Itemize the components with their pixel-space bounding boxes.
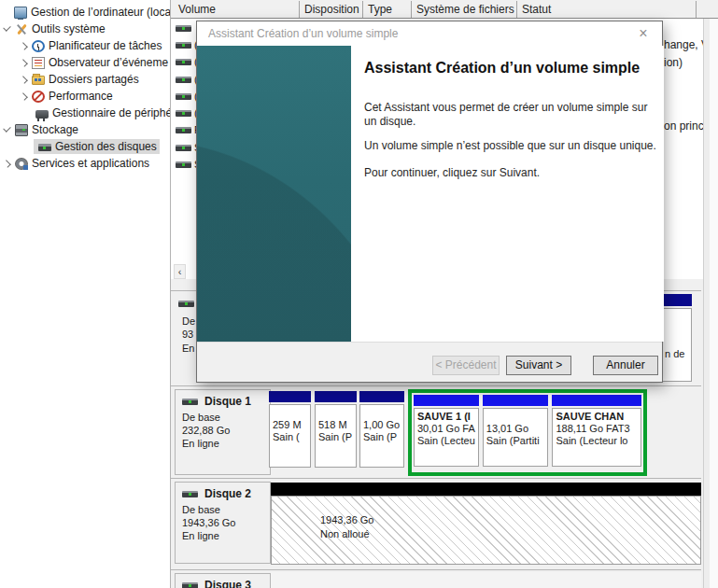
volume-row[interactable]: (: [176, 72, 198, 87]
volume-row[interactable]: (: [176, 89, 198, 104]
disk1-extended-partition: SAUVE 1 (I 30,01 Go FA Sain (Lecteu 13,0…: [408, 389, 647, 476]
partition-size: 30,01 Go FA: [417, 423, 475, 435]
partition-status: Sain (: [273, 431, 307, 443]
hscroll-left-button[interactable]: ‹: [174, 264, 186, 279]
partition-size: 518 M: [318, 419, 353, 431]
volume-icon: [176, 127, 191, 133]
partition-status: Sain (Partiti: [486, 435, 545, 447]
tree-item-shared-folders[interactable]: Dossiers partagés: [0, 71, 170, 88]
disk-name: Disque 2: [204, 487, 251, 500]
services-icon: [15, 158, 28, 170]
clock-icon: [32, 40, 45, 52]
chevron-down-icon[interactable]: [3, 124, 10, 132]
disk0-size-fragment: 93: [182, 329, 193, 340]
disk1-partition-2[interactable]: 518 M Sain (P: [315, 391, 357, 468]
partition-status: Sain (Lecteu: [417, 435, 475, 447]
unallocated-label: Non alloué: [320, 527, 700, 541]
disk0-type-fragment: De: [182, 315, 195, 327]
volume-icon: [176, 25, 191, 32]
tree-item-label: Dossiers partagés: [45, 73, 139, 86]
wizard-paragraph: Cet Assistant vous permet de créer un vo…: [364, 101, 663, 129]
column-filesystem[interactable]: Système de fichiers: [416, 0, 514, 19]
tree-item-label: Outils système: [28, 22, 106, 35]
close-icon[interactable]: ×: [635, 25, 652, 42]
tree-item-label: Performance: [45, 90, 113, 103]
console-tree-panel: Gestion de l’ordinateur (local) Outils s…: [0, 0, 171, 588]
disk1-partition-sauve1[interactable]: SAUVE 1 (I 30,01 Go FA Sain (Lecteu: [414, 395, 479, 470]
volume-status-fragment: ion): [664, 56, 683, 69]
disk1-partition-1[interactable]: 259 M Sain (: [269, 391, 311, 468]
performance-icon: [32, 91, 45, 103]
tree-item-label: Gestion de l’ordinateur (local): [27, 6, 171, 19]
disk0-icon: [178, 301, 194, 307]
disk-type: De base: [182, 411, 270, 424]
vertical-scrollbar[interactable]: [703, 19, 718, 588]
tree-item-label: Services et applications: [28, 157, 149, 170]
disk3-partition-area: [271, 572, 701, 588]
tree-item-storage[interactable]: Stockage: [0, 121, 170, 138]
partition-name: SAUVE CHAN: [556, 411, 638, 423]
wizard-paragraph: Pour continuer, cliquez sur Suivant.: [364, 166, 663, 180]
chevron-right-icon[interactable]: [20, 76, 27, 83]
tree-item-computer-management[interactable]: Gestion de l’ordinateur (local): [0, 4, 170, 21]
disk2-unallocated-region[interactable]: 1943,36 Go Non alloué: [271, 483, 701, 565]
partition-color-bar: [315, 391, 357, 402]
tree-item-label: Gestionnaire de périphé: [49, 106, 171, 119]
tree-item-label: Gestion des disques: [51, 140, 157, 153]
partition-name: SAUVE 1 (I: [417, 411, 475, 423]
disk-name: Disque 3: [204, 579, 251, 588]
volume-icon: [176, 59, 191, 65]
disk1-partition-3[interactable]: 1,00 Go Sain (P: [359, 391, 404, 468]
volume-icon: [176, 77, 191, 83]
unallocated-size: 1943,36 Go: [320, 513, 700, 527]
partition-size: 1,00 Go: [363, 419, 401, 431]
chevron-right-icon[interactable]: [3, 160, 10, 167]
disk-status: En ligne: [182, 529, 270, 542]
volume-list-header: Volume Disposition Type Système de fichi…: [171, 0, 718, 19]
tree-item-label: Observateur d’événeme: [45, 56, 168, 69]
tree-item-label: Planificateur de tâches: [45, 39, 162, 52]
partition-status: Sain (P: [318, 431, 353, 443]
disk1-partition-sauvechan[interactable]: SAUVE CHAN 188,11 Go FAT3 Sain (Lecteur …: [552, 395, 641, 470]
volume-icon: [176, 93, 191, 100]
tree-item-task-scheduler[interactable]: Planificateur de tâches: [0, 37, 170, 54]
disk3-header[interactable]: Disque 3: [175, 573, 271, 588]
volume-row[interactable]: (: [176, 54, 198, 69]
tools-icon: [15, 23, 28, 35]
chevron-right-icon[interactable]: [20, 59, 27, 66]
column-status[interactable]: Statut: [522, 0, 551, 19]
next-button[interactable]: Suivant >: [506, 356, 571, 375]
partition-size: 259 M: [273, 419, 307, 431]
column-type[interactable]: Type: [368, 0, 392, 19]
shared-folder-icon: [32, 76, 45, 85]
disk1-icon: [182, 399, 198, 405]
tree-item-services-applications[interactable]: Services et applications: [0, 155, 170, 172]
disk1-partition-5[interactable]: 13,01 Go Sain (Partiti: [483, 395, 549, 470]
volume-row[interactable]: (: [176, 37, 198, 52]
tree-item-disk-management[interactable]: Gestion des disques: [0, 138, 170, 155]
tree-item-event-viewer[interactable]: Observateur d’événeme: [0, 54, 170, 71]
volume-row[interactable]: [176, 21, 194, 35]
disk-type: De base: [182, 503, 270, 516]
chevron-right-icon[interactable]: [20, 42, 27, 49]
partition-color-bar: [359, 391, 404, 402]
disk-size: 1943,36 Go: [182, 516, 270, 529]
disk1-header[interactable]: Disque 1 De base 232,88 Go En ligne: [175, 389, 271, 475]
column-disposition[interactable]: Disposition: [304, 0, 359, 19]
wizard-heading: Assistant Création d’un volume simple: [364, 58, 644, 77]
volume-row[interactable]: (: [176, 105, 198, 120]
chevron-down-icon[interactable]: [3, 23, 10, 31]
column-volume[interactable]: Volume: [178, 0, 216, 19]
chevron-right-icon[interactable]: [20, 92, 27, 100]
dialog-titlebar: Assistant Création d’un volume simple ×: [197, 21, 662, 46]
partition-color-bar: [414, 395, 479, 406]
tree-item-performance[interactable]: Performance: [0, 88, 170, 105]
back-button[interactable]: < Précédent: [432, 356, 500, 375]
wizard-paragraph: Un volume simple n’est possible que sur …: [364, 139, 663, 153]
tree-item-system-tools[interactable]: Outils système: [0, 21, 170, 37]
partition-color-bar: [269, 391, 311, 402]
tree-item-device-manager[interactable]: Gestionnaire de périphé: [0, 105, 170, 121]
volume-icon: [176, 42, 191, 49]
cancel-button[interactable]: Annuler: [593, 356, 658, 375]
disk2-header[interactable]: Disque 2 De base 1943,36 Go En ligne: [175, 482, 271, 564]
